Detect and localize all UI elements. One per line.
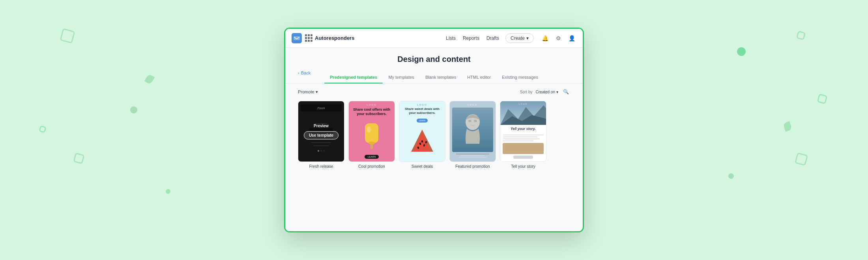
settings-icon[interactable]: ⚙	[554, 33, 563, 43]
template-overlay-fresh-release: Preview Use template	[298, 101, 344, 162]
search-icon[interactable]: 🔍	[561, 87, 570, 96]
template-preview-cool-promotion: LOGO Share cool offers withyour subscrib…	[348, 101, 395, 162]
nav-bar: Autoresponders Lists Reports Drafts Crea…	[285, 29, 583, 48]
user-icon[interactable]: 👤	[567, 33, 576, 43]
nav-link-drafts[interactable]: Drafts	[486, 35, 499, 41]
preview-label-3: Preview	[415, 124, 430, 128]
template-fresh-release[interactable]: Fresh	[298, 101, 344, 225]
template-tell-your-story[interactable]: LOGO Tell your story.	[500, 101, 546, 225]
use-template-button-sweet-deals[interactable]: Use template	[405, 131, 440, 139]
filter-row: Promote ▾ Sort by Created on ▾ 🔍	[285, 84, 583, 98]
nav-title: Autoresponders	[315, 35, 354, 41]
nav-links: Lists Reports Drafts	[446, 35, 499, 41]
template-cool-promotion[interactable]: LOGO Share cool offers withyour subscrib…	[348, 101, 395, 225]
preview-label-2: Preview	[364, 124, 379, 128]
tabs-row: Predesigned templates My templates Blank…	[285, 72, 583, 84]
page-header: Design and content	[285, 48, 583, 72]
tab-blank-templates[interactable]: Blank templates	[420, 72, 462, 84]
template-preview-fresh-release: Fresh	[298, 101, 344, 162]
template-preview-featured-promotion: LOGO	[449, 101, 496, 162]
template-sweet-deals[interactable]: LOGO Share sweet deals withyour subscrib…	[399, 101, 445, 225]
sort-controls: Sort by Created on ▾ 🔍	[520, 87, 570, 96]
template-name-tell-your-story: Tell your story	[511, 164, 535, 169]
bell-icon[interactable]: 🔔	[540, 33, 550, 43]
template-name-featured-promotion: Featured promotion	[455, 164, 490, 169]
template-name-cool-promotion: Cool promotion	[358, 164, 385, 169]
preview-label-5: Preview	[516, 124, 531, 128]
tab-my-templates[interactable]: My templates	[383, 72, 419, 84]
grid-icon	[305, 34, 312, 42]
tab-existing-messages[interactable]: Existing messages	[496, 72, 544, 84]
template-name-fresh-release: Fresh release	[309, 164, 333, 169]
preview-label: Preview	[314, 124, 329, 128]
content-area: ‹ Back Design and content Predesigned te…	[285, 48, 583, 231]
promote-button[interactable]: Promote ▾	[298, 89, 318, 95]
sort-label: Sort by	[520, 90, 533, 94]
svg-rect-0	[294, 36, 300, 40]
template-name-sweet-deals: Sweet deals	[412, 164, 433, 169]
browser-window: Feedback Live FAQ Autoresponders Lists R…	[284, 28, 584, 232]
use-template-button-cool-promotion[interactable]: Use template	[354, 131, 389, 139]
tab-predesigned[interactable]: Predesigned templates	[324, 72, 383, 84]
template-preview-tell-your-story: LOGO Tell your story.	[500, 101, 546, 162]
create-button[interactable]: Create ▾	[505, 33, 534, 43]
nav-icons: 🔔 ⚙ 👤	[540, 33, 576, 43]
use-template-button-featured-promotion[interactable]: Use template	[455, 131, 490, 139]
templates-grid: Fresh	[285, 98, 583, 231]
back-link[interactable]: ‹ Back	[298, 71, 311, 75]
preview-label-4: Preview	[465, 124, 480, 128]
use-template-button-tell-your-story[interactable]: Use template	[506, 131, 541, 139]
tab-html-editor[interactable]: HTML editor	[462, 72, 496, 84]
page-title: Design and content	[285, 55, 583, 64]
use-template-button-fresh-release[interactable]: Use template	[304, 131, 339, 139]
template-preview-sweet-deals: LOGO Share sweet deals withyour subscrib…	[399, 101, 445, 162]
logo	[292, 33, 302, 43]
template-featured-promotion[interactable]: LOGO	[449, 101, 496, 225]
nav-link-lists[interactable]: Lists	[446, 35, 456, 41]
sort-button[interactable]: Created on ▾	[536, 90, 558, 94]
nav-link-reports[interactable]: Reports	[463, 35, 479, 41]
